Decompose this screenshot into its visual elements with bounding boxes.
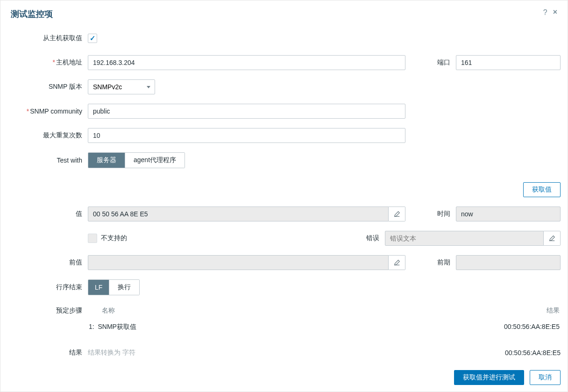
form: 从主机获取值 *主机地址 端口 SNMP 版本 SNMPv2c [0,20,568,360]
edit-prev-value-icon[interactable] [389,255,405,270]
time-input [456,207,561,221]
row-not-supported: 不支持的 错误 [7,231,561,246]
label-prev-value: 前值 [7,258,88,267]
final-result-value: 00:50:56:AA:8E:E5 [505,349,561,356]
label-result: 结果 [7,349,88,357]
value-input-group [88,207,405,221]
cancel-button[interactable]: 取消 [530,370,561,385]
help-icon[interactable]: ? [543,8,547,17]
label-eol: 行序结束 [7,283,88,292]
prev-time-input [456,255,561,270]
row-preset-steps: 预定步骤 名称 结果 1: SNMP获取值 00:50:56:AA:8E:E5 [7,306,561,334]
row-get-value-btn: 获取值 [7,182,561,197]
close-icon[interactable]: × [553,8,557,17]
row-snmp-version: SNMP 版本 SNMPv2c [7,79,561,94]
test-item-dialog: 测试监控项 ? × 从主机获取值 *主机地址 端口 SNMP 版本 [0,0,568,392]
step-name: 1: SNMP获取值 [89,323,136,331]
dialog-header: 测试监控项 ? × [0,0,568,20]
steps-table: 名称 结果 1: SNMP获取值 00:50:56:AA:8E:E5 [88,306,561,334]
snmp-community-input[interactable] [88,104,405,119]
result-field: 结果转换为 字符 00:50:56:AA:8E:E5 [88,349,561,357]
row-max-rep: 最大重复次数 [7,128,561,143]
col-result: 结果 [547,306,560,315]
label-host-addr: *主机地址 [7,58,88,67]
col-name: 名称 [89,306,115,315]
checkbox-not-supported[interactable] [88,234,97,243]
test-with-server[interactable]: 服务器 [88,153,125,168]
get-and-test-button[interactable]: 获取值并进行测试 [454,370,524,385]
test-with-segment: 服务器 agent代理程序 [88,152,185,168]
row-result: 结果 结果转换为 字符 00:50:56:AA:8E:E5 [7,345,561,360]
prev-value-input-group [88,255,405,270]
label-test-with: Test with [7,157,88,164]
error-input-group [385,231,561,246]
row-test-with: Test with 服务器 agent代理程序 [7,152,561,168]
eol-crlf[interactable]: 换行 [109,280,139,295]
label-not-supported: 不支持的 [101,234,127,242]
row-eol: 行序结束 LF 换行 [7,279,561,295]
eol-segment: LF 换行 [88,279,140,295]
label-port: 端口 [419,58,456,67]
edit-error-icon[interactable] [544,231,561,246]
row-value: 值 时间 [7,207,561,221]
label-snmp-community: *SNMP community [7,107,88,115]
label-max-rep: 最大重复次数 [7,131,88,140]
dialog-footer: 获取值并进行测试 取消 [454,370,561,385]
value-input[interactable] [88,207,389,221]
test-with-agent[interactable]: agent代理程序 [125,153,185,168]
label-get-from-host: 从主机获取值 [7,34,88,43]
host-address-input[interactable] [88,55,405,70]
prev-value-input[interactable] [88,255,389,270]
label-snmp-version: SNMP 版本 [7,83,88,91]
dialog-title: 测试监控项 [11,8,53,20]
max-rep-input[interactable] [88,128,405,143]
port-input[interactable] [456,55,561,70]
step-result: 00:50:56:AA:8E:E5 [504,323,560,331]
label-value: 值 [7,210,88,218]
steps-header: 名称 结果 [88,306,561,320]
row-snmp-community: *SNMP community [7,104,561,119]
row-get-from-host: 从主机获取值 [7,31,561,46]
label-prev-time: 前期 [419,258,456,267]
label-error: 错误 [360,234,385,242]
checkbox-get-from-host[interactable] [88,34,97,43]
eol-lf[interactable]: LF [88,280,109,295]
header-icons: ? × [543,8,557,17]
label-time: 时间 [419,210,456,218]
steps-row: 1: SNMP获取值 00:50:56:AA:8E:E5 [88,320,561,334]
error-input[interactable] [385,231,544,246]
label-preset-steps: 预定步骤 [7,306,88,315]
row-host-addr: *主机地址 端口 [7,55,561,70]
row-prev-value: 前值 前期 [7,255,561,270]
result-placeholder: 结果转换为 字符 [88,349,135,357]
edit-value-icon[interactable] [389,207,405,221]
get-value-button[interactable]: 获取值 [523,182,561,197]
snmp-version-select[interactable]: SNMPv2c [88,79,155,94]
